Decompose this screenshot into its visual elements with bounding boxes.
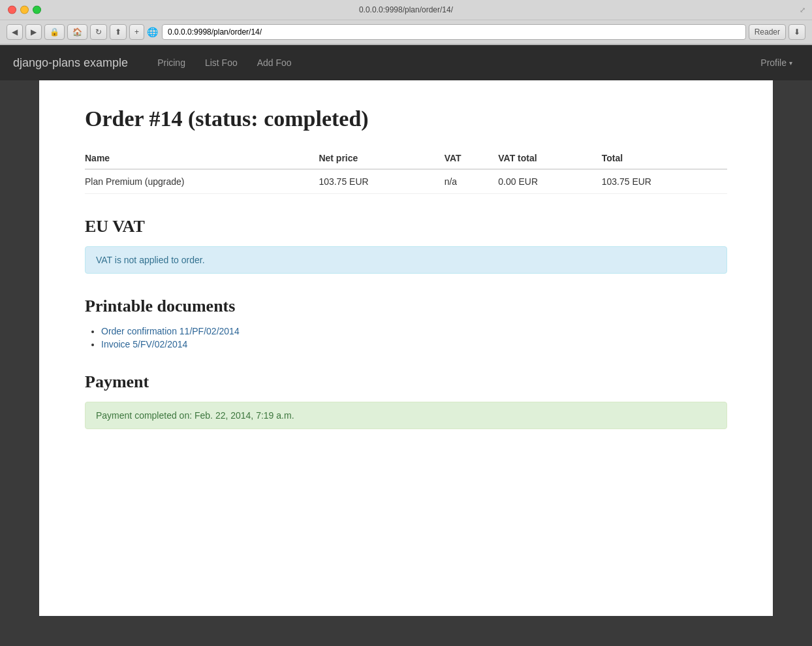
col-vat: VAT — [445, 148, 499, 169]
address-input[interactable] — [162, 24, 746, 40]
col-net-price: Net price — [319, 148, 444, 169]
vat-alert: VAT is not applied to order. — [85, 246, 727, 274]
eu-vat-title: EU VAT — [85, 217, 727, 236]
minimize-button[interactable] — [20, 6, 29, 14]
payment-alert: Payment completed on: Feb. 22, 2014, 7:1… — [85, 402, 727, 429]
nav-pricing[interactable]: Pricing — [148, 45, 195, 80]
close-button[interactable] — [8, 6, 16, 14]
profile-label: Profile — [760, 57, 787, 68]
invoice-link[interactable]: Invoice 5/FV/02/2014 — [101, 339, 187, 349]
globe-icon: 🌐 — [147, 27, 158, 37]
col-vat-total: VAT total — [498, 148, 601, 169]
new-tab-button[interactable]: + — [129, 24, 144, 40]
col-total: Total — [602, 148, 727, 169]
download-button[interactable]: ⬇ — [789, 24, 805, 40]
docs-list: Order confirmation 11/PF/02/2014 Invoice… — [85, 326, 727, 349]
navbar-links: Pricing List Foo Add Foo — [148, 45, 754, 80]
address-bar-wrap: 🌐 — [147, 24, 746, 40]
nav-list-foo[interactable]: List Foo — [195, 45, 247, 80]
list-item: Invoice 5/FV/02/2014 — [101, 339, 727, 349]
order-confirmation-link[interactable]: Order confirmation 11/PF/02/2014 — [101, 326, 240, 336]
window-controls — [8, 6, 41, 14]
navbar-brand[interactable]: django-plans example — [13, 56, 128, 70]
resize-icon: ⤢ — [800, 6, 805, 14]
navbar-right: Profile ▾ — [754, 45, 799, 80]
row-net-price: 103.75 EUR — [319, 169, 444, 194]
vat-message: VAT is not applied to order. — [96, 255, 205, 265]
payment-title: Payment — [85, 372, 727, 392]
printable-docs: Printable documents Order confirmation 1… — [85, 297, 727, 349]
chevron-down-icon: ▾ — [789, 59, 792, 67]
navbar: django-plans example Pricing List Foo Ad… — [0, 45, 812, 80]
row-total: 103.75 EUR — [602, 169, 727, 194]
browser-toolbar: ◀ ▶ 🔒 🏠 ↻ ⬆ + 🌐 Reader ⬇ — [0, 20, 812, 44]
payment-message: Payment completed on: Feb. 22, 2014, 7:1… — [96, 410, 294, 421]
title-bar: 0.0.0.0:9998/plan/order/14/ ⤢ — [0, 0, 812, 20]
profile-dropdown[interactable]: Profile ▾ — [754, 45, 799, 80]
share-button[interactable]: ⬆ — [110, 24, 127, 40]
home-button[interactable]: 🏠 — [67, 24, 87, 40]
reader-button[interactable]: Reader — [749, 24, 786, 40]
maximize-button[interactable] — [33, 6, 41, 14]
reload-button[interactable]: ↻ — [90, 24, 107, 40]
list-item: Order confirmation 11/PF/02/2014 — [101, 326, 727, 336]
page-title: Order #14 (status: completed) — [85, 106, 727, 131]
forward-button[interactable]: ▶ — [25, 24, 42, 40]
page-wrap: Order #14 (status: completed) Name Net p… — [0, 80, 812, 646]
printable-docs-title: Printable documents — [85, 297, 727, 316]
nav-add-foo[interactable]: Add Foo — [247, 45, 302, 80]
lock-button[interactable]: 🔒 — [44, 24, 65, 40]
row-vat-total: 0.00 EUR — [498, 169, 601, 194]
row-name: Plan Premium (upgrade) — [85, 169, 319, 194]
table-row: Plan Premium (upgrade) 103.75 EUR n/a 0.… — [85, 169, 727, 194]
content-area: Order #14 (status: completed) Name Net p… — [39, 80, 773, 616]
order-table: Name Net price VAT VAT total Total Plan … — [85, 148, 727, 194]
col-name: Name — [85, 148, 319, 169]
row-vat: n/a — [445, 169, 499, 194]
back-button[interactable]: ◀ — [7, 24, 23, 40]
window-title: 0.0.0.0:9998/plan/order/14/ — [359, 5, 453, 14]
